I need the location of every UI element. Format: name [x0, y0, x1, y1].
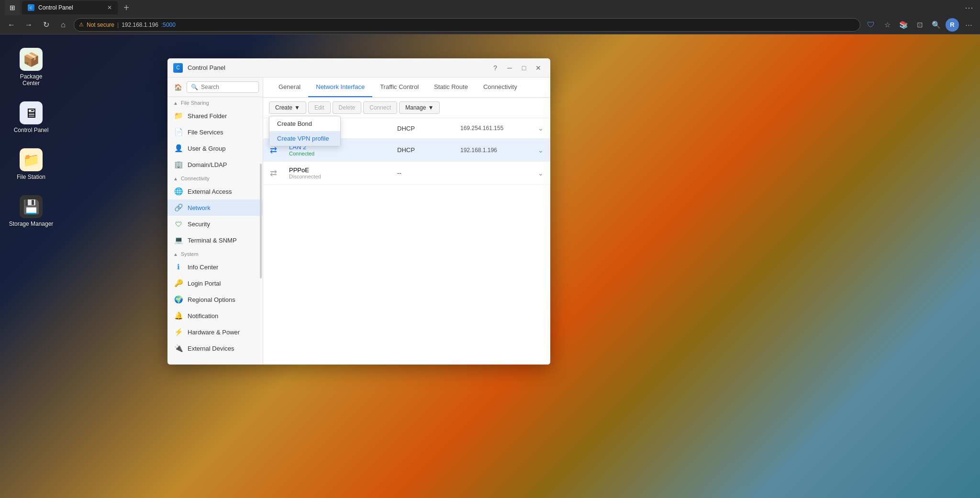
window-controls: ? ─ □ ✕	[489, 62, 545, 74]
tab-general[interactable]: General	[271, 77, 308, 97]
refresh-button[interactable]: ↻	[39, 18, 53, 32]
shield-button[interactable]: 🛡	[864, 18, 878, 32]
sidebar-scrollbar[interactable]	[260, 164, 262, 278]
sidebar-item-label-external-devices: External Devices	[188, 345, 234, 352]
desktop-icon-control-panel[interactable]: 🖥 Control Panel	[5, 98, 57, 137]
tab-static-route[interactable]: Static Route	[426, 77, 476, 97]
url-port: :5000	[161, 22, 176, 28]
sidebar-item-network[interactable]: 🔗 Network	[167, 199, 263, 216]
sidebar-item-login-portal[interactable]: 🔑 Login Portal	[167, 275, 263, 291]
create-button[interactable]: Create ▼	[269, 101, 306, 114]
close-button[interactable]: ✕	[532, 62, 545, 74]
interface-expand-pppoe[interactable]: ⌄	[538, 169, 544, 177]
desktop-icon-file-station[interactable]: 📁 File Station	[5, 144, 57, 184]
section-header-system[interactable]: ▲ System	[167, 248, 263, 259]
create-bond-label: Create Bond	[277, 120, 312, 127]
back-button[interactable]: ←	[5, 18, 18, 32]
file-services-icon: 📄	[174, 128, 183, 136]
forward-button[interactable]: →	[22, 18, 35, 32]
url-separator: |	[117, 22, 119, 28]
sidebar-item-file-services[interactable]: 📄 File Services	[167, 124, 263, 140]
section-file-sharing: ▲ File Sharing 📁 Shared Folder 📄 File Se…	[167, 97, 263, 173]
create-vpn-profile-item[interactable]: Create VPN profile	[269, 131, 340, 146]
interface-item-pppoe[interactable]: ⇄ PPPoE Disconnected --	[263, 162, 550, 185]
create-dropdown-menu: Create Bond Create VPN profile	[269, 116, 341, 146]
home-icon: 🏠	[174, 84, 182, 91]
file-station-label: File Station	[17, 174, 45, 180]
storage-manager-label: Storage Manager	[9, 221, 54, 227]
package-center-icon: 📦	[20, 48, 43, 71]
hardware-power-icon: ⚡	[174, 328, 183, 336]
create-dropdown-arrow: ▼	[294, 104, 300, 111]
section-header-file-sharing[interactable]: ▲ File Sharing	[167, 97, 263, 108]
sidebar-item-external-devices[interactable]: 🔌 External Devices	[167, 340, 263, 356]
sidebar-item-label-terminal-snmp: Terminal & SNMP	[188, 237, 237, 244]
window-app-icon: C	[173, 63, 183, 73]
sidebar-item-domain-ldap[interactable]: 🏢 Domain/LDAP	[167, 156, 263, 173]
external-access-icon: 🌐	[174, 187, 183, 196]
interface-expand-lan1[interactable]: ⌄	[538, 124, 544, 132]
section-label-system: System	[181, 251, 199, 257]
sidebar-item-user-group[interactable]: 👤 User & Group	[167, 140, 263, 156]
address-bar[interactable]: ⚠ Not secure | 192.168.1.196 :5000	[74, 18, 860, 32]
sidebar-item-notification[interactable]: 🔔 Notification	[167, 308, 263, 324]
collapse-icon-system: ▲	[173, 252, 178, 257]
edit-button[interactable]: Edit	[308, 101, 331, 114]
interface-info-pppoe: PPPoE Disconnected	[289, 166, 391, 179]
maximize-button[interactable]: □	[518, 62, 530, 74]
desktop-icon-package-center[interactable]: 📦 PackageCenter	[5, 44, 57, 90]
interface-dhcp-lan2: DHCP	[397, 146, 455, 154]
sidebar-header: 🏠 🔍	[167, 77, 263, 97]
more-options-button[interactable]: ⋯	[962, 18, 975, 32]
user-group-icon: 👤	[174, 144, 183, 153]
section-header-connectivity[interactable]: ▲ Connectivity	[167, 173, 263, 183]
search-browser-button[interactable]: 🔍	[929, 18, 943, 32]
tab-connectivity[interactable]: Connectivity	[476, 77, 525, 97]
sidebar-item-regional-options[interactable]: 🌍 Regional Options	[167, 291, 263, 308]
connect-button[interactable]: Connect	[363, 101, 397, 114]
sidebar-home-button[interactable]: 🏠	[171, 80, 185, 94]
tab-switcher[interactable]: ⊞	[5, 0, 20, 15]
sidebar-item-external-access[interactable]: 🌐 External Access	[167, 183, 263, 199]
delete-button[interactable]: Delete	[333, 101, 362, 114]
interface-expand-lan2[interactable]: ⌄	[538, 146, 544, 154]
collections-button[interactable]: 📚	[897, 18, 910, 32]
interface-status-pppoe: Disconnected	[289, 174, 391, 179]
manage-button[interactable]: Manage ▼	[399, 101, 440, 114]
section-label-connectivity: Connectivity	[181, 176, 210, 181]
tab-traffic-control[interactable]: Traffic Control	[372, 77, 426, 97]
browser-tab[interactable]: C Control Panel ✕	[22, 1, 118, 14]
window-title: Control Panel	[188, 64, 484, 71]
tab-network-interface[interactable]: Network Interface	[308, 77, 372, 97]
interface-dhcp-lan1: DHCP	[397, 125, 455, 132]
tab-bar: General Network Interface Traffic Contro…	[263, 77, 550, 98]
star-button[interactable]: ☆	[880, 18, 894, 32]
section-connectivity: ▲ Connectivity 🌐 External Access 🔗 Netwo…	[167, 173, 263, 248]
sidebar-item-security[interactable]: 🛡 Security	[167, 216, 263, 232]
browser-profile-icon[interactable]: R	[946, 18, 959, 32]
create-bond-item[interactable]: Create Bond	[269, 116, 340, 131]
sidebar-item-hardware-power[interactable]: ⚡ Hardware & Power	[167, 324, 263, 340]
sidebar-item-terminal-snmp[interactable]: 💻 Terminal & SNMP	[167, 232, 263, 248]
control-panel-icon: 🖥	[20, 101, 43, 124]
sidebar-search-box[interactable]: 🔍	[187, 81, 259, 93]
sidebar-item-label-notification: Notification	[188, 312, 218, 320]
browser-top-bar: ⊞ C Control Panel ✕ + ⋯	[0, 0, 980, 15]
home-button[interactable]: ⌂	[56, 18, 70, 32]
collapse-icon-file-sharing: ▲	[173, 100, 178, 106]
interface-dhcp-pppoe: --	[397, 169, 455, 177]
help-button[interactable]: ?	[489, 62, 501, 74]
minimize-button[interactable]: ─	[503, 62, 516, 74]
desktop-icon-storage-manager[interactable]: 💾 Storage Manager	[5, 191, 57, 231]
sidebar-item-shared-folder[interactable]: 📁 Shared Folder	[167, 108, 263, 124]
sidebar-item-label-network: Network	[188, 204, 211, 211]
sidebar-item-info-center[interactable]: ℹ Info Center	[167, 259, 263, 275]
main-content: General Network Interface Traffic Contro…	[263, 77, 550, 365]
new-tab-button[interactable]: +	[120, 1, 133, 14]
tab-close-icon[interactable]: ✕	[107, 4, 112, 11]
search-input[interactable]	[201, 84, 255, 90]
interface-status-lan2: Connected	[289, 151, 391, 156]
package-center-label: PackageCenter	[20, 73, 43, 87]
sidebar-toggle[interactable]: ⊡	[913, 18, 926, 32]
not-secure-label: Not secure	[87, 22, 114, 28]
